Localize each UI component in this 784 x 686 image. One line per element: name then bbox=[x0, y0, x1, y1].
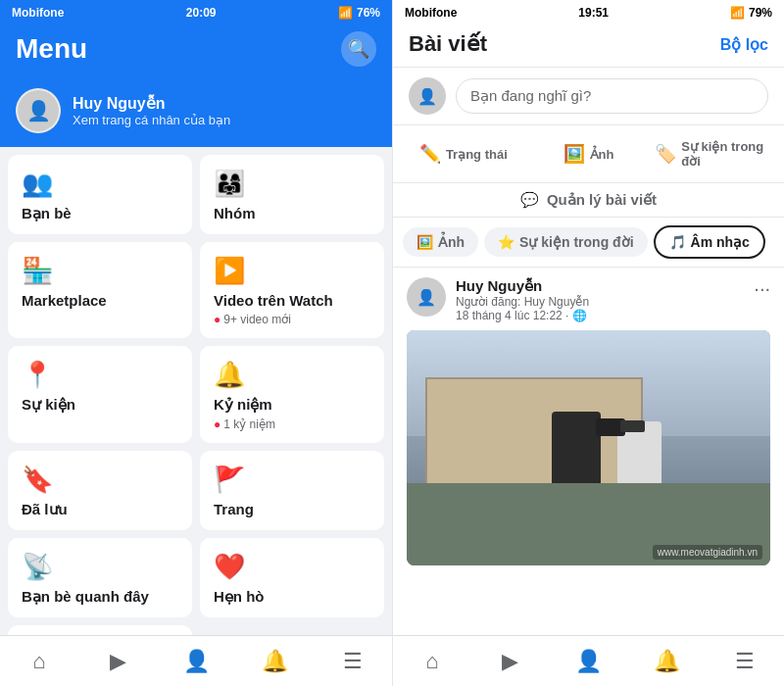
nav-friends-left[interactable]: 👤 bbox=[174, 640, 218, 683]
dating-icon: ❤️ bbox=[214, 552, 370, 582]
post-card: 👤 Huy Nguyễn Người đăng: Huy Nguyễn 18 t… bbox=[393, 268, 784, 575]
status-icons-right: 📶 79% bbox=[730, 6, 772, 20]
pages-label: Trang bbox=[214, 501, 370, 517]
user-name: Huy Nguyễn bbox=[73, 94, 230, 113]
menu-item-ky-niem[interactable]: 🔔 Kỷ niệm ● 1 kỷ niệm bbox=[200, 346, 384, 443]
video-sub: ● 9+ video mới bbox=[214, 313, 370, 326]
memories-sub: ● 1 kỷ niệm bbox=[214, 417, 370, 431]
event-icon: 📍 bbox=[22, 360, 178, 390]
memories-icon: 🔔 bbox=[214, 360, 370, 390]
saved-icon: 🔖 bbox=[22, 465, 178, 495]
tabs-row: 🖼️ Ảnh ⭐ Sự kiện trong đời 🎵 Âm nhạc bbox=[393, 218, 784, 268]
post-meta: 👤 Huy Nguyễn Người đăng: Huy Nguyễn 18 t… bbox=[407, 277, 770, 322]
posts-title: Bài viết bbox=[409, 31, 487, 57]
post-more-button[interactable]: ··· bbox=[754, 277, 770, 300]
tab-life-event-label: Sự kiện trong đời bbox=[519, 234, 633, 250]
photo-action-icon: 🖼️ bbox=[564, 143, 585, 165]
menu-item-trang[interactable]: 🚩 Trang bbox=[200, 451, 384, 530]
menu-item-video-watch[interactable]: ▶️ Video trên Watch ● 9+ video mới bbox=[200, 242, 384, 338]
video-badge: ● bbox=[214, 313, 220, 326]
status-icons-left: 📶 76% bbox=[338, 6, 380, 20]
right-bottom-nav: ⌂ ▶ 👤 🔔 ☰ bbox=[393, 635, 784, 686]
menu-item-hen-ho[interactable]: ❤️ Hẹn hò bbox=[200, 538, 384, 617]
tab-music-icon: 🎵 bbox=[669, 234, 686, 250]
menu-item-nhom[interactable]: 👨‍👩‍👧 Nhóm bbox=[200, 155, 384, 234]
friends-icon: 👥 bbox=[22, 169, 178, 199]
status-action-label: Trạng thái bbox=[446, 147, 508, 162]
tab-photo[interactable]: 🖼️ Ảnh bbox=[403, 227, 478, 257]
event-action-btn[interactable]: 🏷️ Sự kiện trong đời bbox=[651, 131, 776, 176]
menu-item-da-luu[interactable]: 🔖 Đã lưu bbox=[8, 451, 192, 530]
post-image: www.meovatgiadinh.vn bbox=[407, 330, 770, 565]
post-submeta-line2: 18 tháng 4 lúc 12:22 · 🌐 bbox=[456, 309, 744, 322]
groups-icon: 👨‍👩‍👧 bbox=[214, 169, 370, 199]
nav-home-right[interactable]: ⌂ bbox=[411, 640, 454, 683]
watermark: www.meovatgiadinh.vn bbox=[653, 545, 762, 560]
dating-label: Hẹn hò bbox=[214, 588, 370, 606]
groups-label: Nhóm bbox=[214, 205, 370, 221]
status-action-btn[interactable]: ✏️ Trạng thái bbox=[401, 131, 526, 176]
menu-item-marketplace[interactable]: 🏪 Marketplace bbox=[8, 242, 192, 338]
video-label: Video trên Watch bbox=[214, 292, 370, 309]
friends-label: Bạn bè bbox=[22, 205, 178, 222]
carrier-right: Mobifone bbox=[405, 6, 457, 20]
photo-camera bbox=[596, 418, 625, 436]
manage-post-row[interactable]: 💬 Quản lý bài viết bbox=[393, 183, 784, 218]
saved-label: Đã lưu bbox=[22, 501, 178, 518]
menu-item-ban-be[interactable]: 👥 Bạn bè bbox=[8, 155, 192, 234]
right-header: Bài viết Bộ lọc bbox=[393, 25, 784, 68]
search-icon: 🔍 bbox=[348, 38, 369, 60]
nav-video-left[interactable]: ▶ bbox=[96, 640, 139, 683]
nearby-label: Bạn bè quanh đây bbox=[22, 588, 178, 606]
compose-input[interactable]: Bạn đang nghĩ gì? bbox=[456, 78, 768, 114]
tab-life-event-icon: ⭐ bbox=[498, 234, 514, 250]
compose-row: 👤 Bạn đang nghĩ gì? bbox=[393, 68, 784, 125]
nav-friends-right[interactable]: 👤 bbox=[566, 640, 610, 683]
nav-home-left[interactable]: ⌂ bbox=[18, 640, 61, 683]
menu-title: Menu bbox=[16, 33, 87, 65]
menu-item-choi-game[interactable]: 🎮 Chơi game bbox=[8, 625, 192, 635]
filter-button[interactable]: Bộ lọc bbox=[720, 35, 768, 54]
battery-left: 76% bbox=[357, 6, 380, 20]
nav-menu-left[interactable]: ☰ bbox=[331, 640, 374, 683]
tab-life-event[interactable]: ⭐ Sự kiện trong đời bbox=[484, 227, 647, 257]
photo-scene bbox=[407, 330, 770, 565]
battery-icon-left: 📶 bbox=[338, 6, 353, 20]
menu-item-su-kien[interactable]: 📍 Sự kiện bbox=[8, 346, 192, 443]
wifi-icon-right: 📶 bbox=[730, 6, 745, 20]
photo-action-btn[interactable]: 🖼️ Ảnh bbox=[526, 131, 652, 176]
pages-icon: 🚩 bbox=[214, 465, 370, 495]
post-author-name: Huy Nguyễn bbox=[456, 277, 744, 295]
event-label: Sự kiện bbox=[22, 396, 178, 414]
tab-music[interactable]: 🎵 Âm nhạc bbox=[654, 225, 765, 259]
nav-menu-right[interactable]: ☰ bbox=[723, 640, 766, 683]
left-bottom-nav: ⌂ ▶ 👤 🔔 ☰ bbox=[0, 635, 392, 686]
memories-badge: ● bbox=[214, 417, 220, 431]
search-button[interactable]: 🔍 bbox=[341, 31, 376, 67]
menu-item-ban-be-quanh-day[interactable]: 📡 Bạn bè quanh đây bbox=[8, 538, 192, 617]
post-submeta-line1: Người đăng: Huy Nguyễn bbox=[456, 295, 744, 309]
status-action-icon: ✏️ bbox=[419, 143, 441, 165]
marketplace-label: Marketplace bbox=[22, 292, 178, 309]
time-left: 20:09 bbox=[186, 6, 217, 20]
memories-label: Kỷ niệm bbox=[214, 396, 370, 414]
event-action-label: Sự kiện trong đời bbox=[681, 139, 772, 169]
post-author-avatar: 👤 bbox=[407, 277, 446, 317]
status-bar-left: Mobifone 20:09 📶 76% bbox=[0, 0, 392, 25]
user-profile-row[interactable]: 👤 Huy Nguyễn Xem trang cá nhân của bạn bbox=[0, 78, 392, 147]
manage-post-label: Quản lý bài viết bbox=[547, 191, 657, 209]
nearby-icon: 📡 bbox=[22, 552, 178, 582]
event-action-icon: 🏷️ bbox=[655, 143, 676, 165]
avatar: 👤 bbox=[16, 88, 61, 133]
compose-avatar: 👤 bbox=[409, 77, 446, 115]
tab-photo-label: Ảnh bbox=[438, 234, 465, 250]
nav-bell-left[interactable]: 🔔 bbox=[253, 640, 296, 683]
nav-video-right[interactable]: ▶ bbox=[489, 640, 532, 683]
tab-photo-icon: 🖼️ bbox=[416, 234, 433, 250]
user-subtitle: Xem trang cá nhân của bạn bbox=[73, 113, 230, 127]
time-right: 19:51 bbox=[578, 6, 609, 20]
video-icon: ▶️ bbox=[214, 256, 370, 286]
nav-bell-right[interactable]: 🔔 bbox=[645, 640, 688, 683]
photo-action-label: Ảnh bbox=[590, 147, 614, 162]
battery-right: 79% bbox=[749, 6, 772, 20]
